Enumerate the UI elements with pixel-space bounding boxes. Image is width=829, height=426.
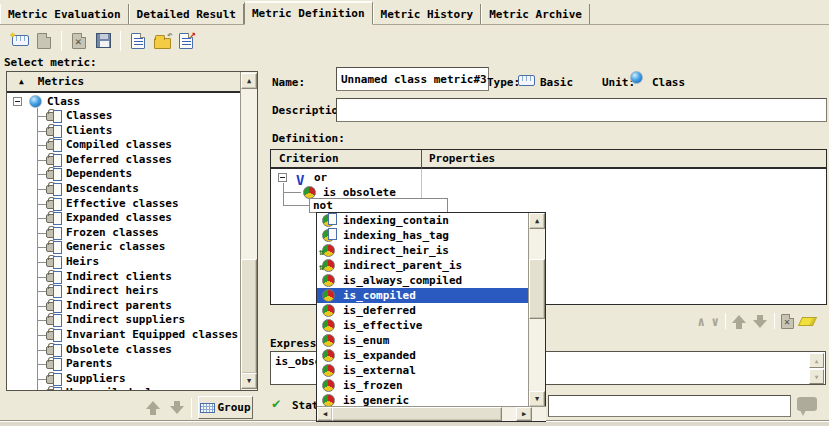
- scrollbar-thumb[interactable]: [529, 259, 545, 319]
- criterion-edit-cell[interactable]: not: [309, 198, 448, 213]
- properties-column-header[interactable]: Properties: [429, 152, 495, 165]
- new-metric-button[interactable]: ✦: [8, 29, 32, 53]
- tree-item[interactable]: Frozen classes: [7, 226, 240, 241]
- scroll-down-button[interactable]: ▼: [241, 373, 257, 389]
- tree-line: [37, 116, 46, 117]
- dropdown-item[interactable]: is_always_compiled: [317, 273, 529, 288]
- dropdown-item[interactable]: is_expanded: [317, 348, 529, 363]
- tree-line: [37, 218, 46, 219]
- dropdown-horizontal-scrollbar[interactable]: ◀ ▶: [317, 406, 546, 421]
- group-toggle-button[interactable]: Group: [198, 396, 253, 419]
- tree-item[interactable]: Indirect clients: [7, 270, 240, 285]
- tree-item-label: Compiled classes: [66, 138, 172, 153]
- definition-label: Definition:: [272, 132, 345, 145]
- scrollbar-thumb[interactable]: [332, 407, 502, 421]
- dropdown-item-label: indirect_parent_is: [343, 258, 462, 273]
- description-input[interactable]: [336, 98, 827, 122]
- dropdown-item[interactable]: is_generic: [317, 393, 529, 407]
- dropdown-item[interactable]: is_enum: [317, 333, 529, 348]
- scroll-down-button[interactable]: ▼: [809, 369, 824, 384]
- tree-item-label: Indirect heirs: [66, 284, 159, 299]
- column-divider[interactable]: [421, 150, 422, 169]
- scrollbar-thumb[interactable]: [241, 259, 257, 374]
- tree-item-class-root[interactable]: Class: [7, 94, 240, 109]
- tree-item[interactable]: Uncompiled classes: [7, 386, 240, 390]
- criterion-row-or[interactable]: V or: [271, 170, 826, 185]
- predefined-metric-icon: [46, 375, 56, 384]
- export-metrics-icon: ↗: [179, 33, 193, 49]
- dropdown-item[interactable]: indirect_parent_is: [317, 258, 529, 273]
- dropdown-item[interactable]: indirect_heir_is: [317, 243, 529, 258]
- tab[interactable]: Metric Archive: [481, 4, 590, 24]
- erase-criterion-button[interactable]: [798, 317, 817, 326]
- scroll-down-button[interactable]: ▼: [529, 391, 545, 407]
- dropdown-item[interactable]: is_deferred: [317, 303, 529, 318]
- tree-children: Classes Clients Compiled classes: [7, 109, 240, 390]
- tree-header-metrics[interactable]: ▲ Metrics: [7, 72, 240, 93]
- tree-item[interactable]: Descendants: [7, 182, 240, 197]
- criterion-column-header[interactable]: Criterion: [279, 152, 339, 165]
- tree-item[interactable]: Effective classes: [7, 197, 240, 212]
- collapse-icon[interactable]: [278, 173, 287, 182]
- dropdown-item[interactable]: is_external: [317, 363, 529, 378]
- delete-metric-button[interactable]: ✕: [67, 29, 91, 53]
- criterion-icon: [322, 349, 335, 362]
- open-metric-file-button[interactable]: ↶: [150, 29, 174, 53]
- duplicate-metric-icon: [37, 33, 51, 49]
- dropdown-item[interactable]: indexing_contain: [317, 213, 529, 228]
- move-criterion-up-button[interactable]: [732, 314, 747, 329]
- delete-criterion-button[interactable]: ✕: [781, 314, 794, 329]
- comment-bubble-button[interactable]: [797, 397, 817, 411]
- dropdown-vertical-scrollbar[interactable]: ▲ ▼: [528, 213, 545, 407]
- tree-item[interactable]: Indirect heirs: [7, 284, 240, 299]
- tree-item[interactable]: Expanded classes: [7, 211, 240, 226]
- tree-item[interactable]: Indirect suppliers: [7, 313, 240, 328]
- move-criterion-down-button[interactable]: [753, 314, 768, 329]
- dropdown-item[interactable]: is_effective: [317, 318, 529, 333]
- scroll-up-button[interactable]: ▲: [241, 73, 257, 89]
- tree-item[interactable]: Indirect parents: [7, 299, 240, 314]
- and-operator-button[interactable]: ∧: [697, 314, 705, 329]
- dropdown-item-label: indirect_heir_is: [343, 243, 449, 258]
- status-input[interactable]: [548, 395, 791, 417]
- tree-item[interactable]: Dependents: [7, 167, 240, 182]
- tree-item[interactable]: Invariant Equipped classes: [7, 328, 240, 343]
- tab[interactable]: Metric Definition: [244, 1, 373, 25]
- or-operator-button[interactable]: ∨: [711, 314, 719, 329]
- tree-item[interactable]: Generic classes: [7, 240, 240, 255]
- unit-value: Class: [652, 76, 685, 89]
- tree-item[interactable]: Parents: [7, 357, 240, 372]
- tree-item[interactable]: Deferred classes: [7, 153, 240, 168]
- toolbar-separator: [191, 398, 192, 418]
- tree-line: [37, 379, 46, 380]
- dropdown-item[interactable]: is_frozen: [317, 378, 529, 393]
- export-metrics-button[interactable]: ↗: [174, 29, 198, 53]
- tab[interactable]: Metric History: [373, 4, 482, 24]
- tree-item[interactable]: Classes: [7, 109, 240, 124]
- save-metric-button[interactable]: [91, 29, 115, 53]
- predefined-metric-icon: [46, 316, 56, 325]
- collapse-icon[interactable]: [13, 97, 22, 106]
- scroll-up-button[interactable]: ▲: [529, 213, 545, 229]
- tree-item[interactable]: Compiled classes: [7, 138, 240, 153]
- tree-item[interactable]: Suppliers: [7, 372, 240, 387]
- import-metrics-icon: [131, 33, 145, 49]
- tree-item[interactable]: Heirs: [7, 255, 240, 270]
- metric-name-input[interactable]: Unnamed class metric#3: [336, 67, 489, 91]
- tree-item-label: Dependents: [66, 167, 132, 182]
- duplicate-metric-button[interactable]: [32, 29, 56, 53]
- tree-line: [37, 247, 46, 248]
- tree-item[interactable]: Clients: [7, 124, 240, 139]
- tree-item[interactable]: Obsolete classes: [7, 343, 240, 358]
- tab[interactable]: Detailed Result: [129, 4, 244, 24]
- criterion-icon: [322, 304, 335, 317]
- dropdown-item[interactable]: indexing_has_tag: [317, 228, 529, 243]
- tree-vertical-scrollbar[interactable]: ▲ ▼: [240, 72, 257, 390]
- tab[interactable]: Metric Evaluation: [0, 4, 129, 24]
- dropdown-item[interactable]: is_compiled: [317, 288, 529, 303]
- import-metrics-button[interactable]: [126, 29, 150, 53]
- type-label: Type:: [487, 76, 520, 89]
- scroll-right-button[interactable]: ▶: [516, 407, 532, 421]
- scroll-up-button[interactable]: ▲: [809, 353, 824, 368]
- scroll-left-button[interactable]: ◀: [317, 407, 333, 421]
